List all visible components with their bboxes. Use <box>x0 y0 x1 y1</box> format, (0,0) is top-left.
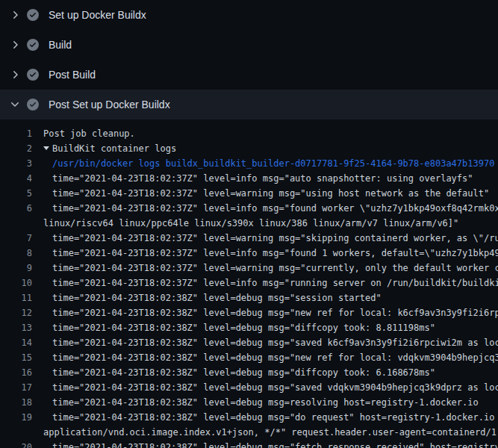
log-text: time="2021-04-23T18:02:37Z" level=warnin… <box>52 261 498 276</box>
check-circle-icon <box>27 99 39 111</box>
log-command-text: /usr/bin/docker logs buildx_buildkit_bui… <box>52 156 494 171</box>
line-number[interactable]: 7 <box>0 231 32 246</box>
line-number[interactable]: 6 <box>0 201 32 216</box>
check-circle-icon <box>27 9 39 21</box>
log-group-row[interactable]: 2BuildKit container logs <box>0 141 498 156</box>
chevron-wrap <box>9 9 21 21</box>
step-label: Build <box>49 39 72 51</box>
line-number[interactable]: 11 <box>0 290 32 305</box>
log-line: 16time="2021-04-23T18:02:38Z" level=debu… <box>0 365 498 380</box>
log-line: 19time="2021-04-23T18:02:38Z" level=debu… <box>0 410 498 425</box>
line-number[interactable]: 15 <box>0 350 32 365</box>
log-text: time="2021-04-23T18:02:37Z" level=info m… <box>52 171 473 186</box>
log-lines: 1Post job cleanup.2BuildKit container lo… <box>0 119 498 448</box>
line-number[interactable]: 3 <box>0 156 32 171</box>
log-line: 15time="2021-04-23T18:02:38Z" level=debu… <box>0 350 498 365</box>
log-line: 9time="2021-04-23T18:02:37Z" level=warni… <box>0 261 498 276</box>
step-header-build[interactable]: Build <box>0 30 498 60</box>
log-text: time="2021-04-23T18:02:38Z" level=debug … <box>52 320 435 335</box>
log-line: 14time="2021-04-23T18:02:38Z" level=debu… <box>0 335 498 350</box>
log-text: time="2021-04-23T18:02:37Z" level=warnin… <box>52 186 489 201</box>
chevron-wrap <box>9 99 21 111</box>
log-text: time="2021-04-23T18:02:38Z" level=debug … <box>52 410 498 425</box>
log-line: 10time="2021-04-23T18:02:37Z" level=info… <box>0 276 498 290</box>
log-text: time="2021-04-23T18:02:37Z" level=info m… <box>52 201 498 216</box>
status-wrap <box>27 69 39 81</box>
log-text: time="2021-04-23T18:02:38Z" level=debug … <box>52 440 498 448</box>
log-text: time="2021-04-23T18:02:38Z" level=debug … <box>52 290 382 305</box>
log-text: BuildKit container logs <box>43 141 176 156</box>
log-line: 7time="2021-04-23T18:02:37Z" level=warni… <box>0 231 498 246</box>
line-number <box>0 216 32 231</box>
check-circle-icon <box>27 69 39 81</box>
log-line: 20time="2021-04-23T18:02:38Z" level=debu… <box>0 440 498 448</box>
line-number[interactable]: 19 <box>0 410 32 425</box>
chevron-right-icon <box>9 9 21 21</box>
step-header-post-build[interactable]: Post Build <box>0 60 498 90</box>
line-number[interactable]: 8 <box>0 246 32 261</box>
line-number[interactable]: 17 <box>0 380 32 395</box>
log-text: time="2021-04-23T18:02:38Z" level=debug … <box>52 395 479 410</box>
line-number[interactable]: 16 <box>0 365 32 380</box>
log-line: 3/usr/bin/docker logs buildx_buildkit_bu… <box>0 156 498 171</box>
log-line: application/vnd.oci.image.index.v1+json,… <box>0 425 498 440</box>
log-line: 13time="2021-04-23T18:02:38Z" level=debu… <box>0 320 498 335</box>
log-line: 4time="2021-04-23T18:02:37Z" level=info … <box>0 171 498 186</box>
log-line: 17time="2021-04-23T18:02:38Z" level=debu… <box>0 380 498 395</box>
log-line: 12time="2021-04-23T18:02:38Z" level=debu… <box>0 305 498 320</box>
log-line: 11time="2021-04-23T18:02:38Z" level=debu… <box>0 290 498 305</box>
log-line: 1Post job cleanup. <box>0 126 498 141</box>
check-circle-icon <box>27 39 39 51</box>
status-wrap <box>27 9 39 21</box>
line-number[interactable]: 20 <box>0 440 32 448</box>
line-number[interactable]: 4 <box>0 171 32 186</box>
step-label: Post Build <box>49 69 96 81</box>
group-title: BuildKit container logs <box>52 143 176 154</box>
chevron-right-icon <box>9 69 21 81</box>
log-text: time="2021-04-23T18:02:37Z" level=info m… <box>52 276 498 290</box>
step-label: Post Set up Docker Buildx <box>49 99 170 111</box>
status-wrap <box>27 39 39 51</box>
log-text: time="2021-04-23T18:02:37Z" level=warnin… <box>52 231 498 246</box>
log-line: linux/riscv64 linux/ppc64le linux/s390x … <box>0 216 498 231</box>
chevron-wrap <box>9 39 21 51</box>
log-line: 18time="2021-04-23T18:02:38Z" level=debu… <box>0 395 498 410</box>
chevron-right-icon <box>9 39 21 51</box>
line-number[interactable]: 18 <box>0 395 32 410</box>
line-number[interactable]: 14 <box>0 335 32 350</box>
log-text: application/vnd.oci.image.index.v1+json,… <box>43 425 498 440</box>
log-line: 8time="2021-04-23T18:02:37Z" level=info … <box>0 246 498 261</box>
triangle-down-icon <box>43 146 49 150</box>
line-number[interactable]: 5 <box>0 186 32 201</box>
step-header-set-up-docker-buildx[interactable]: Set up Docker Buildx <box>0 0 498 30</box>
log-text: time="2021-04-23T18:02:38Z" level=debug … <box>52 365 435 380</box>
line-number[interactable]: 12 <box>0 305 32 320</box>
chevron-wrap <box>9 69 21 81</box>
line-number[interactable]: 1 <box>0 126 32 141</box>
log-text: time="2021-04-23T18:02:38Z" level=debug … <box>52 380 498 395</box>
log-text: time="2021-04-23T18:02:38Z" level=debug … <box>52 350 498 365</box>
line-number[interactable]: 9 <box>0 261 32 276</box>
log-line: 6time="2021-04-23T18:02:37Z" level=info … <box>0 201 498 216</box>
chevron-down-icon <box>9 99 21 111</box>
step-header-post-set-up-docker-buildx[interactable]: Post Set up Docker Buildx <box>0 90 498 119</box>
steps-list: Set up Docker BuildxBuildPost BuildPost … <box>0 0 498 119</box>
workflow-log-panel: Set up Docker BuildxBuildPost BuildPost … <box>0 0 498 448</box>
log-line: 5time="2021-04-23T18:02:37Z" level=warni… <box>0 186 498 201</box>
line-number[interactable]: 13 <box>0 320 32 335</box>
line-number[interactable]: 10 <box>0 276 32 290</box>
status-wrap <box>27 99 39 111</box>
line-number[interactable]: 2 <box>0 141 32 156</box>
step-label: Set up Docker Buildx <box>49 9 146 21</box>
log-text: time="2021-04-23T18:02:38Z" level=debug … <box>52 335 498 350</box>
line-number <box>0 425 32 440</box>
log-text: time="2021-04-23T18:02:38Z" level=debug … <box>52 305 498 320</box>
log-text: time="2021-04-23T18:02:37Z" level=info m… <box>52 246 498 261</box>
log-text: Post job cleanup. <box>43 126 135 141</box>
log-text: linux/riscv64 linux/ppc64le linux/s390x … <box>43 216 458 231</box>
